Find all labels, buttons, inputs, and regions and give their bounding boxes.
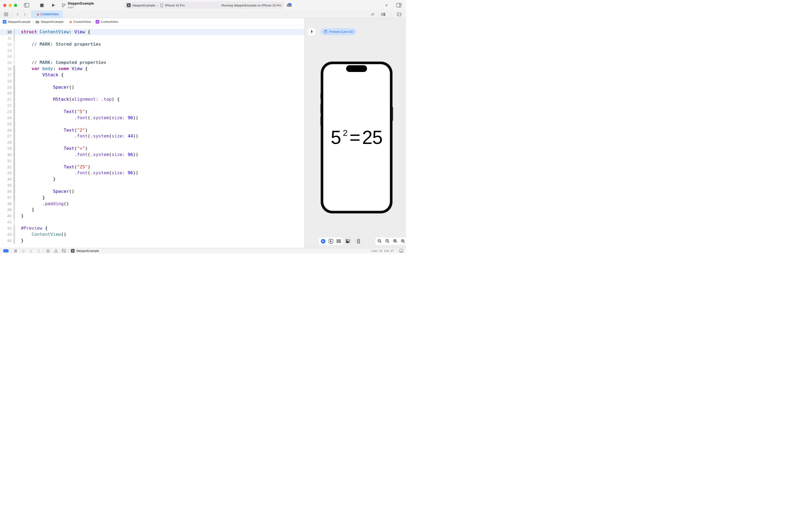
line-number[interactable]: 11 [0,35,13,41]
code-line[interactable]: 40} [0,213,304,219]
debug-columns-button[interactable] [14,249,17,253]
code-line[interactable]: 38 .padding() [0,201,304,207]
step-out-button[interactable] [37,249,41,253]
line-number[interactable]: 37 [0,195,13,201]
live-preview-button[interactable] [321,239,326,243]
line-number[interactable]: 13 [0,48,13,54]
line-number[interactable]: 22 [0,103,13,109]
preview-line-button[interactable]: Preview (Line 42) [321,28,356,35]
code-line[interactable]: 33 .font(.system(size: 96)) [0,170,304,176]
line-number[interactable]: 44 [0,238,13,244]
code-line[interactable]: 15 // MARK: Computed properties [0,60,304,66]
running-app-label[interactable]: A StepperExample [71,249,99,253]
line-number[interactable]: 33 [0,170,13,176]
line-number[interactable]: 42 [0,225,13,231]
preview-device-button[interactable] [355,237,362,245]
code-line[interactable]: 22 [0,103,304,109]
line-number[interactable]: 12 [0,41,13,48]
line-number[interactable]: 39 [0,207,13,213]
code-line[interactable]: 21 HStack(alignment: .top) { [0,97,304,103]
code-line[interactable]: 43 ContentView() [0,231,304,238]
code-line[interactable]: 14 [0,53,304,60]
code-line[interactable]: 18 [0,78,304,84]
line-number[interactable]: 27 [0,133,13,139]
line-number[interactable]: 30 [0,152,13,158]
breadcrumb-item-project[interactable]: StepperExample [8,20,31,23]
line-number[interactable]: 28 [0,139,13,146]
code-line[interactable]: 42#Preview { [0,225,304,231]
zoom-out-button[interactable] [378,239,382,243]
zoom-in-button[interactable] [401,239,405,243]
iphone-preview-device[interactable]: 5 2 = 25 [321,62,392,213]
code-line[interactable]: 36 Spacer() [0,188,304,195]
line-number[interactable]: 14 [0,53,13,60]
add-button[interactable]: + [383,2,390,9]
code-line[interactable]: 13 [0,48,304,54]
zoom-window-button[interactable] [14,4,17,7]
line-number[interactable]: 17 [0,72,13,78]
go-back-button[interactable] [14,11,21,18]
line-number[interactable]: 19 [0,84,13,91]
close-window-button[interactable] [3,4,6,7]
go-forward-button[interactable] [22,11,28,18]
swap-editor-button[interactable]: ⇄ [369,11,376,18]
line-number[interactable]: 20 [0,90,13,97]
zoom-100-button[interactable] [385,239,390,243]
view-hierarchy-button[interactable] [46,249,50,253]
code-line[interactable]: 26 Text("2") [0,127,304,133]
breakpoints-toggle-button[interactable] [3,249,9,252]
code-line[interactable]: 28 [0,139,304,146]
code-line[interactable]: 29 Text("=") [0,146,304,152]
pin-preview-button[interactable] [308,28,315,36]
line-number[interactable]: 23 [0,109,13,115]
code-line[interactable]: 37 } [0,195,304,201]
line-number[interactable]: 16 [0,66,13,72]
code-line[interactable]: 25 [0,121,304,127]
line-number[interactable]: 26 [0,127,13,133]
line-number[interactable]: 36 [0,188,13,195]
code-line[interactable]: 24 .font(.system(size: 96)) [0,115,304,121]
code-line[interactable]: 10struct ContentView: View { [0,29,304,35]
scheme-area[interactable]: StepperExample main [61,2,94,9]
code-line[interactable]: 27 .font(.system(size: 44)) [0,133,304,139]
code-line[interactable]: 12 // MARK: Stored properties [0,41,304,48]
minimize-window-button[interactable] [9,4,12,7]
line-number[interactable]: 40 [0,213,13,219]
code-line[interactable]: 16 var body: some View { [0,66,304,72]
environment-overrides-button[interactable] [62,249,66,253]
breadcrumb-item-group[interactable]: StepperExample [41,20,64,23]
code-line[interactable]: 17 VStack { [0,72,304,78]
line-number[interactable]: 38 [0,201,13,207]
code-line[interactable]: 23 Text("5") [0,109,304,115]
line-number[interactable]: 18 [0,78,13,84]
line-number[interactable]: 15 [0,60,13,66]
line-number[interactable]: 25 [0,121,13,127]
code-line[interactable]: 19 Spacer() [0,84,304,91]
zoom-fit-button[interactable] [393,239,397,243]
line-number[interactable]: 29 [0,146,13,152]
line-number[interactable]: 21 [0,97,13,103]
breadcrumb-item-symbol[interactable]: ContentView [101,20,118,23]
source-editor[interactable]: 10struct ContentView: View {1112 // MARK… [0,25,304,248]
code-line[interactable]: 31 [0,158,304,164]
step-into-button[interactable] [29,249,33,253]
line-number[interactable]: 31 [0,158,13,164]
code-line[interactable]: 34 } [0,176,304,182]
code-line[interactable]: 30 .font(.system(size: 96)) [0,152,304,158]
activity-status-bar[interactable]: A StepperExample › iPhone 15 Pro Running… [124,2,284,9]
inspector-toggle-button[interactable] [394,2,403,9]
navigator-toggle-button[interactable] [22,2,31,9]
code-line[interactable]: 35 [0,182,304,188]
line-number[interactable]: 24 [0,115,13,121]
add-editor-button[interactable] [395,11,403,18]
variants-mode-button[interactable] [337,239,341,243]
editor-options-button[interactable] [379,11,387,18]
line-number[interactable]: 41 [0,219,13,225]
line-number[interactable]: 35 [0,182,13,188]
run-button[interactable] [50,2,57,9]
code-line[interactable]: 39 } [0,207,304,213]
line-number[interactable]: 43 [0,231,13,238]
step-over-button[interactable] [21,249,25,253]
line-number[interactable]: 10 [0,29,13,35]
code-line[interactable]: 20 [0,90,304,97]
